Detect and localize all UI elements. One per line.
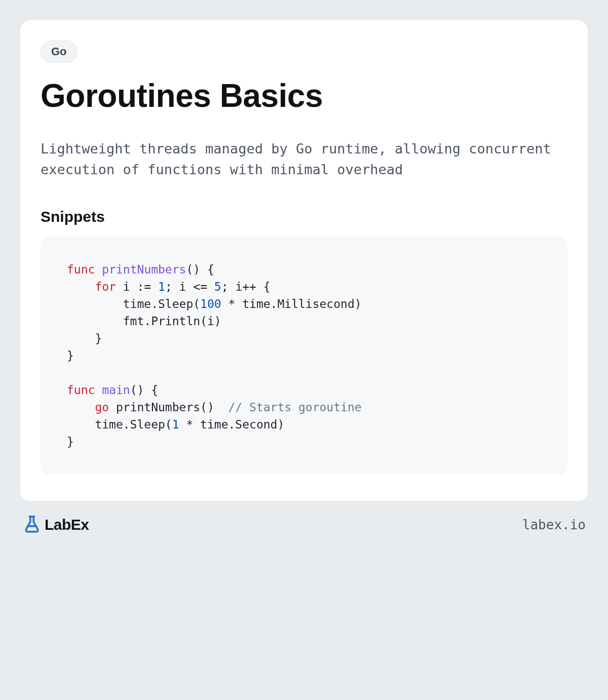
footer: LabEx labex.io — [0, 501, 608, 550]
content-card: Go Goroutines Basics Lightweight threads… — [20, 20, 588, 501]
flask-icon — [22, 514, 42, 535]
site-url: labex.io — [522, 517, 586, 532]
page-title: Goroutines Basics — [41, 77, 567, 114]
snippets-heading: Snippets — [41, 208, 567, 225]
page: Go Goroutines Basics Lightweight threads… — [0, 0, 608, 501]
code-snippet: func printNumbers() { for i := 1; i <= 5… — [41, 237, 567, 475]
brand-name: LabEx — [45, 516, 89, 533]
brand: LabEx — [22, 514, 89, 535]
description: Lightweight threads managed by Go runtim… — [41, 139, 567, 180]
language-tag: Go — [41, 41, 78, 63]
